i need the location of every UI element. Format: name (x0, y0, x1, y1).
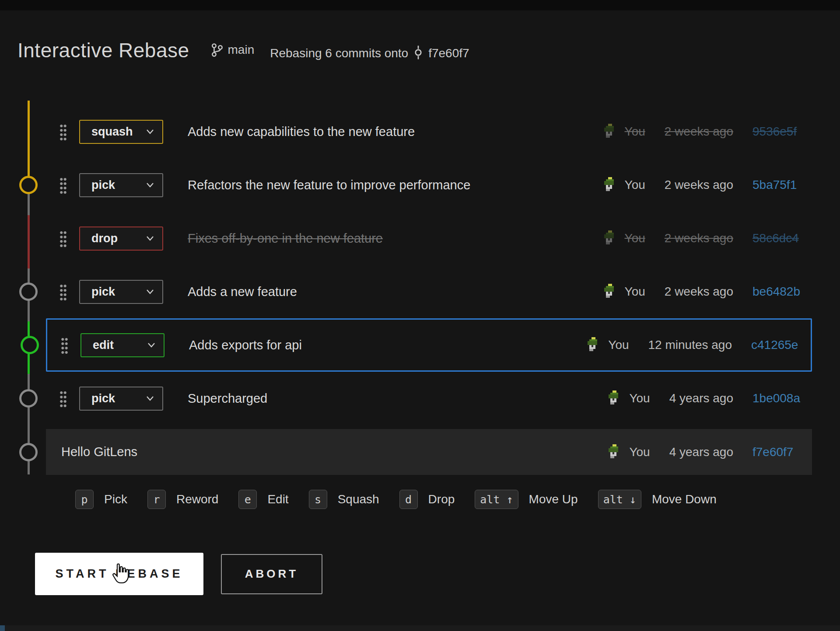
onto-commit-hash: f7e60f7 (428, 46, 469, 60)
chevron-down-icon (146, 129, 154, 135)
key-label: Pick (104, 492, 127, 506)
commit-row[interactable]: edit Adds exports for api You 12 minutes… (46, 318, 812, 372)
top-edge-strip (0, 0, 840, 10)
commit-row[interactable]: drop Fixes off-by-one in the new feature… (46, 212, 812, 265)
key-badge: s (309, 490, 327, 509)
author-wrap: You (602, 177, 645, 193)
author-name: You (625, 231, 645, 245)
graph-node-icon (19, 176, 38, 194)
author-name: You (629, 445, 650, 459)
chevron-down-icon (146, 289, 154, 295)
key-badge: alt ↓ (598, 490, 641, 509)
commit-hash-link[interactable]: be6482b (752, 285, 802, 299)
drag-handle-icon[interactable] (61, 336, 68, 354)
commit-date: 2 weeks ago (665, 125, 733, 139)
commit-meta: You 2 weeks ago 58c6dc4 (602, 230, 802, 246)
author-wrap: You (602, 124, 645, 139)
graph-node-icon (19, 389, 38, 408)
commit-hash-link[interactable]: 9536e5f (752, 125, 802, 139)
action-select[interactable]: squash (79, 120, 163, 144)
author-name: You (625, 285, 645, 299)
commit-hash-link[interactable]: f7e60f7 (752, 445, 802, 459)
key-label: Reword (176, 492, 218, 506)
author-wrap: You (606, 444, 650, 460)
commit-message: Adds new capabilities to the new feature (188, 125, 415, 139)
commit-meta: You 2 weeks ago be6482b (602, 284, 802, 300)
commit-meta: You 4 years ago 1be008a (606, 390, 802, 406)
git-commit-icon (413, 45, 423, 61)
shortcut-item: r Reword (147, 490, 218, 509)
action-select[interactable]: pick (79, 280, 163, 304)
commit-hash-link[interactable]: 1be008a (752, 391, 802, 405)
commit-message: Hello GitLens (61, 445, 137, 459)
drag-handle-icon[interactable] (60, 283, 67, 300)
drag-handle-icon[interactable] (60, 390, 67, 407)
drag-handle-icon[interactable] (60, 176, 67, 194)
commit-hash-link[interactable]: 58c6dc4 (752, 231, 802, 245)
commit-message: Supercharged (188, 391, 267, 406)
chevron-down-icon (146, 182, 154, 188)
key-label: Edit (267, 492, 288, 506)
avatar (602, 284, 618, 300)
commit-message: Refactors the new feature to improve per… (188, 178, 470, 192)
shortcut-item: alt ↑ Move Up (475, 490, 578, 509)
avatar (602, 230, 618, 246)
shortcut-item: d Drop (399, 490, 455, 509)
scrollbar-thumb[interactable] (0, 625, 5, 631)
action-select[interactable]: pick (79, 173, 163, 197)
commit-date: 4 years ago (669, 445, 733, 459)
graph-node-icon (19, 443, 38, 461)
key-label: Squash (338, 492, 379, 506)
key-badge: alt ↑ (475, 490, 518, 509)
branch-name: main (228, 43, 255, 57)
subtitle-group: Rebasing 6 commits onto f7e60f7 (270, 45, 469, 61)
commit-meta: You 2 weeks ago 9536e5f (602, 124, 802, 139)
commit-row[interactable]: squash Adds new capabilities to the new … (46, 105, 812, 158)
git-branch-icon (210, 42, 224, 57)
key-label: Move Up (529, 492, 578, 506)
commit-row[interactable]: Hello GitLens You 4 years ago f7e60f7 (46, 429, 812, 475)
page-title: Interactive Rebase (18, 38, 189, 62)
key-label: Move Down (652, 492, 717, 506)
action-select[interactable]: drop (79, 227, 163, 251)
drag-handle-icon[interactable] (60, 123, 67, 140)
commit-hash-link[interactable]: c41265e (751, 338, 800, 352)
action-select-value: pick (91, 392, 115, 405)
commit-row[interactable]: pick Supercharged You 4 years ago 1be008… (46, 372, 812, 425)
author-wrap: You (585, 337, 629, 353)
action-select[interactable]: edit (80, 333, 164, 357)
commit-message: Adds a new feature (188, 285, 297, 299)
commit-meta: You 12 minutes ago c41265e (585, 337, 800, 353)
chevron-down-icon (147, 342, 156, 348)
action-select[interactable]: pick (79, 387, 163, 411)
chevron-down-icon (146, 235, 154, 241)
author-name: You (629, 391, 650, 405)
avatar (602, 124, 618, 139)
author-name: You (625, 178, 645, 192)
action-select-value: pick (91, 178, 115, 192)
commit-date: 2 weeks ago (665, 285, 733, 299)
commit-message: Fixes off-by-one in the new feature (188, 231, 383, 246)
commit-hash-link[interactable]: 5ba75f1 (752, 178, 802, 192)
shortcut-legend: p Pick r Reword e Edit s Squash d Drop a… (75, 490, 840, 509)
key-badge: e (238, 490, 257, 509)
graph-node-icon (19, 282, 38, 301)
action-select-value: pick (91, 285, 115, 299)
commit-list: squash Adds new capabilities to the new … (46, 105, 812, 475)
action-select-value: edit (93, 338, 114, 352)
avatar (606, 390, 622, 406)
action-select-value: drop (91, 232, 118, 245)
commit-date: 2 weeks ago (665, 178, 733, 192)
key-badge: r (147, 490, 166, 509)
commit-date: 4 years ago (669, 391, 733, 405)
abort-button[interactable]: ABORT (221, 554, 322, 594)
horizontal-scrollbar[interactable] (0, 625, 840, 631)
start-rebase-button[interactable]: START REBASE (35, 553, 203, 595)
commit-message: Adds exports for api (189, 338, 302, 352)
drag-handle-icon[interactable] (60, 230, 67, 247)
chevron-down-icon (146, 395, 154, 401)
commit-row[interactable]: pick Refactors the new feature to improv… (46, 158, 812, 212)
rebase-subtitle: Rebasing 6 commits onto (270, 46, 408, 60)
commit-row[interactable]: pick Adds a new feature You 2 weeks ago … (46, 265, 812, 318)
author-wrap: You (606, 390, 650, 406)
